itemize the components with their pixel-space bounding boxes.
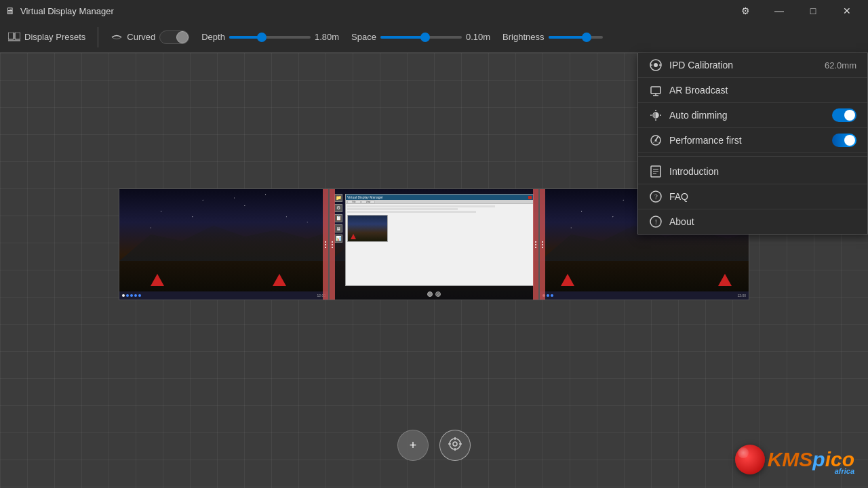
svg-text:!: ! bbox=[655, 218, 658, 226]
close-button[interactable]: ✕ bbox=[831, 0, 863, 22]
space-label: Space bbox=[351, 32, 376, 42]
target-icon bbox=[448, 436, 462, 455]
curved-icon bbox=[111, 31, 123, 43]
titlebar-controls: ⚙ — □ ✕ bbox=[730, 0, 863, 22]
maximize-button[interactable]: □ bbox=[797, 0, 829, 22]
plus-icon: + bbox=[410, 439, 417, 453]
panel-resize-handle-middle-left[interactable] bbox=[330, 189, 335, 300]
performance-first-toggle[interactable] bbox=[832, 134, 856, 147]
bottom-controls: + bbox=[397, 430, 471, 461]
display-presets-icon bbox=[8, 31, 20, 43]
performance-first-item[interactable]: Performance first bbox=[638, 128, 867, 153]
faq-label: FAQ bbox=[669, 191, 856, 202]
faq-item[interactable]: ? FAQ bbox=[638, 184, 867, 209]
auto-dimming-icon bbox=[649, 108, 663, 122]
brightness-label: Brightness bbox=[502, 32, 544, 42]
ar-broadcast-label: AR Broadcast bbox=[669, 85, 856, 96]
titlebar: 🖥 Virtual Display Manager ⚙ — □ ✕ bbox=[0, 0, 868, 22]
ipd-icon bbox=[649, 58, 663, 72]
curved-toggle[interactable]: Curved bbox=[111, 30, 189, 44]
curved-label: Curved bbox=[127, 32, 155, 42]
curved-switch[interactable] bbox=[159, 30, 189, 44]
kms-text: KMS bbox=[768, 448, 813, 470]
faq-icon: ? bbox=[649, 190, 663, 203]
minimize-button[interactable]: — bbox=[764, 0, 795, 22]
app-title: Virtual Display Manager bbox=[20, 6, 114, 16]
about-label: About bbox=[669, 216, 856, 227]
svg-point-26 bbox=[450, 439, 460, 449]
kmspico-icon bbox=[735, 445, 765, 474]
introduction-icon bbox=[649, 165, 663, 178]
add-display-button[interactable]: + bbox=[397, 430, 429, 461]
pico-s: p bbox=[812, 448, 825, 470]
ar-broadcast-item[interactable]: AR Broadcast bbox=[638, 78, 867, 103]
depth-slider-container: Depth 1.80m bbox=[201, 32, 339, 42]
auto-dimming-label: Auto dimming bbox=[669, 110, 825, 121]
svg-point-27 bbox=[453, 442, 457, 446]
svg-rect-7 bbox=[651, 87, 660, 94]
about-item[interactable]: ! About bbox=[638, 209, 867, 234]
settings-button[interactable]: ⚙ bbox=[730, 0, 761, 22]
svg-point-4 bbox=[654, 63, 658, 67]
app-icon: 🖥 bbox=[5, 5, 15, 16]
panel-resize-handle-right[interactable] bbox=[540, 189, 545, 300]
tent-left bbox=[151, 274, 164, 286]
depth-slider[interactable] bbox=[229, 36, 311, 39]
performance-icon bbox=[649, 134, 663, 147]
brightness-slider[interactable] bbox=[549, 36, 603, 39]
svg-text:?: ? bbox=[654, 192, 658, 201]
tent-right-left-panel bbox=[273, 274, 286, 286]
dropdown-menu: IPD Calibration 62.0mm AR Broadcast bbox=[637, 53, 868, 235]
ipd-calibration-item[interactable]: IPD Calibration 62.0mm bbox=[638, 53, 867, 78]
ar-broadcast-icon bbox=[649, 83, 663, 97]
tent-right-right-panel bbox=[718, 274, 732, 286]
svg-rect-1 bbox=[15, 33, 20, 39]
kmspico-watermark: KMSpico africa bbox=[735, 445, 854, 474]
space-value: 0.10m bbox=[466, 32, 490, 42]
brightness-slider-container: Brightness bbox=[502, 32, 602, 42]
depth-value: 1.80m bbox=[315, 32, 339, 42]
ipd-value: 62.0mm bbox=[825, 60, 856, 70]
toolbar: Display Presets Curved Depth 1.80m Space bbox=[0, 22, 868, 53]
panel-resize-handle-left[interactable] bbox=[323, 189, 328, 300]
tent-left-right-panel bbox=[561, 274, 574, 286]
svg-rect-0 bbox=[8, 33, 14, 39]
ipd-label: IPD Calibration bbox=[669, 60, 818, 70]
display-presets-label: Display Presets bbox=[24, 32, 85, 42]
center-view-button[interactable] bbox=[439, 430, 471, 461]
auto-dimming-item[interactable]: Auto dimming bbox=[638, 103, 867, 128]
space-slider-container: Space 0.10m bbox=[351, 32, 490, 42]
depth-label: Depth bbox=[201, 32, 225, 42]
about-icon: ! bbox=[649, 215, 663, 228]
panel-resize-handle-middle-right[interactable] bbox=[533, 189, 538, 300]
display-presets-button[interactable]: Display Presets bbox=[8, 31, 85, 43]
introduction-item[interactable]: Introduction bbox=[638, 159, 867, 184]
display-panel-left[interactable]: 12:00 bbox=[119, 188, 329, 300]
titlebar-left: 🖥 Virtual Display Manager bbox=[5, 5, 114, 16]
space-slider[interactable] bbox=[380, 36, 462, 39]
introduction-label: Introduction bbox=[669, 166, 856, 177]
display-panel-middle[interactable]: 📁 ⚙ 📋 🖥 📊 Virtual Display Manager bbox=[329, 188, 539, 300]
performance-first-label: Performance first bbox=[669, 135, 825, 146]
auto-dimming-toggle[interactable] bbox=[832, 108, 856, 122]
africa-text: africa bbox=[835, 467, 854, 475]
